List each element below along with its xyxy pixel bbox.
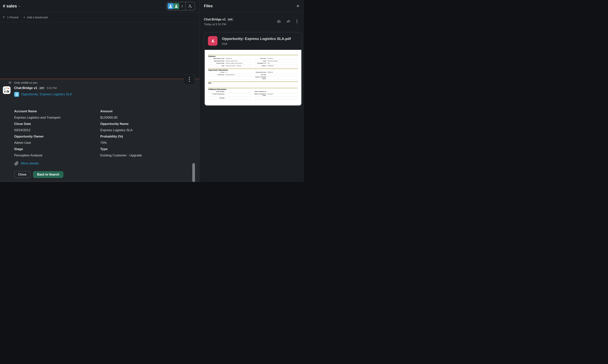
member-avatars bbox=[168, 3, 179, 9]
chatbridge-logo: c:b bbox=[3, 87, 10, 94]
visibility-note-row: Only visible to you bbox=[8, 81, 38, 84]
pdf-row: Account NameExpress Logistics and Transp… bbox=[208, 62, 298, 65]
field-label: Type bbox=[100, 146, 182, 152]
message-header: Chat:Bridge v1 APP 5:52 PM bbox=[14, 86, 57, 90]
person-icon bbox=[174, 4, 178, 8]
pdf-row: Opportunity OwnerAdmin User Close Date03… bbox=[208, 57, 298, 60]
member-count-button[interactable]: 2 bbox=[166, 2, 185, 10]
bookmarks-bar: 1 Pinned + Add a bookmark bbox=[0, 13, 199, 22]
pdf-section-title: Opportunity Information bbox=[208, 69, 298, 71]
files-panel: Files ✕ Chat:Bridge v1 APP Today at 5:52… bbox=[199, 0, 304, 182]
channel-name-button[interactable]: # sales ⌄ bbox=[3, 4, 21, 9]
channel-pane: # sales ⌄ 2 bbox=[0, 0, 199, 182]
pdf-row: Tracking bbox=[208, 97, 298, 100]
file-card-header: Opportunity: Express Logistics SLA.pdf P… bbox=[204, 32, 302, 50]
field-value: 70% bbox=[100, 140, 182, 146]
file-card[interactable]: Opportunity: Express Logistics SLA.pdf P… bbox=[204, 32, 302, 106]
pdf-section-opportunity-info: Opportunity Information PrivateX Expecte… bbox=[208, 69, 298, 80]
field-value: Express Logistics SLA bbox=[100, 127, 182, 133]
field-value: $120000.00 bbox=[100, 114, 182, 121]
attachment-row: Opportunity: Express Logistics SLA bbox=[14, 92, 72, 97]
message-timestamp[interactable]: 5:52 PM bbox=[47, 87, 57, 90]
pdf-file-icon bbox=[208, 36, 218, 46]
svg-text:c:b: c:b bbox=[4, 90, 9, 93]
field-label: Opportunity Name bbox=[100, 121, 182, 127]
person-add-icon bbox=[188, 4, 193, 8]
field-amount: Amount $120000.00 bbox=[100, 108, 182, 121]
channel-name: # sales bbox=[3, 4, 17, 9]
file-type: PDF bbox=[222, 42, 291, 45]
pinned-label: 1 Pinned bbox=[7, 16, 18, 19]
more-actions-button[interactable] bbox=[296, 20, 298, 23]
opportunity-link[interactable]: Opportunity: Express Logistics SLA bbox=[21, 92, 72, 96]
app-badge: APP bbox=[39, 87, 45, 90]
pdf-section-summary: Summary Opportunity OwnerAdmin User Clos… bbox=[208, 55, 298, 67]
member-avatar-green bbox=[173, 3, 179, 9]
pdf-section-jira: Jira bbox=[208, 81, 298, 86]
plus-icon: + bbox=[23, 15, 25, 19]
field-type: Type Existing Customer - Upgrade bbox=[100, 146, 182, 158]
pin-icon bbox=[2, 16, 5, 19]
file-meta: Chat:Bridge v1 APP Today at 5:52 PM bbox=[204, 18, 233, 26]
slack-window: # sales ⌄ 2 bbox=[0, 0, 304, 182]
pdf-row: Lead SourceExternal Referral Next Step bbox=[208, 74, 298, 76]
field-value: 03/24/2012 bbox=[14, 127, 100, 133]
field-label: Opportunity Owner bbox=[14, 133, 100, 140]
file-actions bbox=[276, 19, 298, 24]
chevron-down-icon: ⌄ bbox=[18, 4, 21, 7]
scrollbar-thumb[interactable] bbox=[192, 163, 195, 182]
add-bookmark-label: Add a bookmark bbox=[27, 16, 48, 19]
more-details-row: More details bbox=[14, 161, 39, 166]
more-details-link[interactable]: More details bbox=[21, 162, 39, 165]
sender-name[interactable]: Chat:Bridge v1 bbox=[14, 86, 37, 90]
ephemeral-message: Only visible to you c:b Chat:Bridge v1 A… bbox=[0, 79, 199, 181]
pdf-section-title: Additional Information bbox=[208, 88, 298, 91]
field-account-name: Account Name Express Logistics and Trans… bbox=[14, 108, 100, 121]
channel-header: # sales ⌄ 2 bbox=[0, 0, 199, 12]
file-author[interactable]: Chat:Bridge v1 bbox=[204, 18, 226, 21]
file-card-text: Opportunity: Express Logistics SLA.pdf P… bbox=[222, 36, 291, 45]
message-actions-kebab-button[interactable] bbox=[184, 74, 195, 85]
field-label: Probability (%) bbox=[100, 133, 182, 140]
field-label: Stage bbox=[14, 146, 100, 152]
pinned-items-button[interactable]: 1 Pinned bbox=[2, 16, 18, 19]
member-avatar-blue bbox=[168, 3, 174, 9]
visibility-note: Only visible to you bbox=[14, 81, 38, 84]
member-count-button-group: 2 bbox=[166, 2, 195, 10]
back-to-search-button[interactable]: Back to Search bbox=[33, 171, 64, 178]
field-stage: Stage Perception Analysis bbox=[14, 146, 100, 158]
pdf-section-title: Jira bbox=[208, 82, 298, 84]
field-label: Close Date bbox=[14, 121, 100, 127]
field-probability: Probability (%) 70% bbox=[100, 133, 182, 146]
close-button[interactable]: Close bbox=[14, 171, 30, 178]
app-avatar[interactable]: c:b bbox=[3, 86, 11, 94]
field-value: Existing Customer - Upgrade bbox=[100, 152, 182, 158]
add-bookmark-button[interactable]: + Add a bookmark bbox=[23, 15, 48, 19]
person-icon bbox=[168, 4, 173, 8]
composer-edge bbox=[0, 181, 199, 182]
file-author-row: Chat:Bridge v1 APP bbox=[204, 18, 233, 21]
add-member-button[interactable] bbox=[186, 2, 195, 10]
share-button[interactable] bbox=[286, 19, 291, 24]
close-panel-icon[interactable]: ✕ bbox=[296, 4, 299, 8]
pdf-row: TypeExisting Customer - Upgrade Amount$1… bbox=[208, 65, 298, 67]
field-close-date: Close Date 03/24/2012 bbox=[14, 121, 100, 133]
field-value: Admin User bbox=[14, 140, 100, 146]
download-button[interactable] bbox=[276, 19, 281, 24]
pdf-row: Primary Campaign Source bbox=[208, 76, 298, 80]
field-value: Perception Analysis bbox=[14, 152, 100, 158]
field-opportunity-name: Opportunity Name Express Logistics SLA bbox=[100, 121, 182, 133]
pdf-preview: Summary Opportunity OwnerAdmin User Clos… bbox=[205, 50, 301, 105]
member-count: 2 bbox=[181, 5, 183, 8]
file-name: Opportunity: Express Logistics SLA.pdf bbox=[222, 37, 291, 41]
kebab-icon bbox=[297, 20, 297, 20]
pdf-section-additional-info: Additional Information Order Number Main… bbox=[208, 88, 298, 99]
field-opportunity-owner: Opportunity Owner Admin User bbox=[14, 133, 100, 146]
paperclip-icon bbox=[14, 161, 19, 166]
cloud-download-icon bbox=[276, 19, 281, 24]
pdf-section-title: Summary bbox=[208, 55, 298, 57]
files-header: Files ✕ bbox=[199, 0, 304, 12]
pdf-row: Order Number Main Competitor (s) bbox=[208, 91, 298, 93]
pdf-row bbox=[208, 84, 298, 86]
kebab-icon bbox=[189, 77, 190, 78]
